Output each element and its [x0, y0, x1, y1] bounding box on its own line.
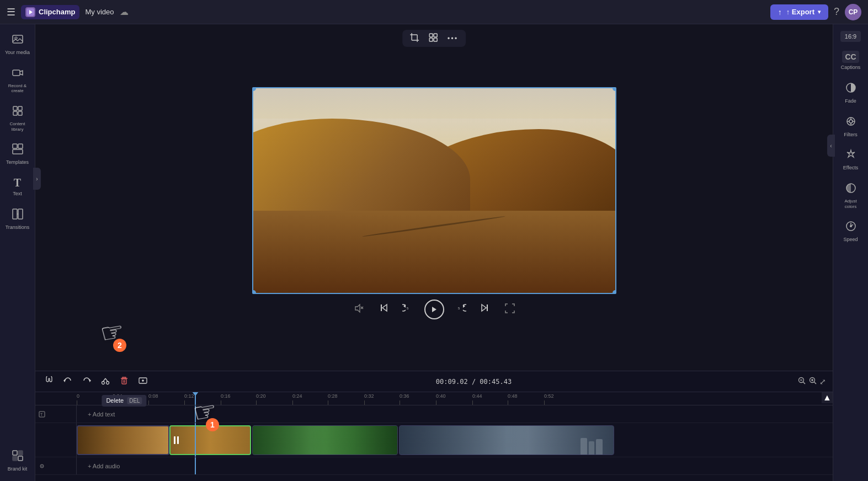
- help-icon[interactable]: ?: [834, 6, 839, 18]
- add-audio-button[interactable]: + Add audio: [82, 463, 125, 469]
- svg-rect-6: [18, 106, 22, 110]
- audio-track-icon: [39, 463, 45, 469]
- timeline-timecode: 00:09.02 / 00:45.43: [155, 378, 793, 386]
- svg-rect-12: [13, 209, 17, 219]
- sidebar-collapse-right-button[interactable]: ‹: [827, 135, 835, 157]
- svg-point-3: [15, 37, 17, 39]
- svg-rect-13: [18, 209, 23, 219]
- right-sidebar-item-fade[interactable]: Fade: [835, 77, 867, 109]
- right-sidebar-item-captions[interactable]: CC Captions: [835, 46, 867, 75]
- svg-rect-2: [13, 35, 23, 43]
- playback-controls: 5 5: [354, 294, 515, 325]
- crop-button[interactable]: [407, 32, 422, 45]
- right-sidebar-item-effects[interactable]: Effects: [835, 144, 867, 175]
- playhead-triangle: [192, 392, 199, 396]
- captions-label: Captions: [841, 65, 861, 71]
- cloud-save-icon: ☁: [120, 7, 129, 17]
- filters-icon: [845, 115, 857, 130]
- video-title[interactable]: My video: [85, 8, 114, 16]
- topbar: ☰ Clipchamp My video ☁ ↑ ↑ Export ▾ ? CP: [0, 0, 868, 24]
- redo-button[interactable]: [79, 375, 94, 389]
- speed-icon: [845, 220, 857, 235]
- brand-kit-icon: [12, 450, 24, 464]
- layout-button[interactable]: [425, 32, 441, 45]
- add-text-button[interactable]: + Add text: [82, 411, 120, 418]
- left-sidebar: Your media Record & create Content lib: [0, 24, 35, 481]
- center-area: •••: [35, 24, 833, 481]
- svg-text:5: 5: [458, 307, 460, 310]
- adjust-colors-label: Adjust colors: [844, 199, 856, 209]
- timeline-collapse-button[interactable]: ▲: [822, 392, 833, 403]
- sidebar-item-record-create[interactable]: Record & create: [2, 62, 34, 98]
- svg-line-59: [814, 382, 817, 384]
- svg-line-55: [803, 382, 806, 384]
- sidebar-item-text[interactable]: T Text: [2, 172, 34, 201]
- add-to-timeline-button[interactable]: [136, 375, 150, 389]
- rewind-button[interactable]: 5: [400, 300, 416, 318]
- play-pause-button[interactable]: [424, 300, 444, 319]
- svg-marker-39: [482, 304, 486, 311]
- undo-button[interactable]: [61, 375, 75, 389]
- svg-rect-19: [412, 35, 417, 40]
- svg-marker-28: [355, 304, 360, 312]
- svg-rect-5: [13, 106, 17, 110]
- aspect-ratio-button[interactable]: 16:9: [840, 31, 861, 42]
- export-button[interactable]: ↑ ↑ Export ▾: [770, 4, 828, 20]
- record-create-icon: [12, 67, 24, 82]
- video-clip-4-buildings[interactable]: [399, 425, 614, 455]
- content-library-icon: [12, 105, 24, 120]
- sidebar-item-brand-kit[interactable]: Brand kit: [2, 445, 34, 477]
- main-layout: Your media Record & create Content lib: [0, 24, 868, 481]
- video-clip-1-before[interactable]: [77, 425, 169, 455]
- text-track-icon: T: [39, 411, 45, 418]
- sidebar-item-text-label: Text: [13, 191, 22, 197]
- forward-button[interactable]: 5: [453, 300, 468, 318]
- timeline-zoom-controls: ⤢: [797, 376, 826, 387]
- more-options-button[interactable]: •••: [444, 32, 462, 45]
- app-logo[interactable]: Clipchamp: [21, 5, 79, 19]
- delete-button[interactable]: [117, 375, 131, 389]
- sidebar-item-transitions-label: Transitions: [6, 225, 30, 231]
- zoom-out-button[interactable]: [797, 376, 806, 387]
- cut-button[interactable]: [98, 375, 113, 389]
- mute-button[interactable]: [354, 303, 364, 316]
- fullscreen-button[interactable]: [505, 303, 515, 316]
- sidebar-item-content-library[interactable]: Content library: [2, 100, 34, 136]
- logo-text: Clipchamp: [39, 8, 75, 16]
- sidebar-item-record-label: Record & create: [8, 83, 26, 94]
- fit-to-window-button[interactable]: ⤢: [819, 377, 826, 386]
- delete-button-wrapper: Delete DEL: [117, 375, 131, 389]
- resize-handle-tr[interactable]: [613, 87, 616, 91]
- resize-handle-tl[interactable]: [252, 87, 256, 91]
- svg-rect-26: [429, 38, 433, 41]
- svg-rect-9: [13, 144, 17, 148]
- timeline-content: ▲ 0 0:04 0:08 0:12 0:16 0:20 0:24: [35, 392, 833, 481]
- zoom-in-button[interactable]: [808, 376, 817, 387]
- sidebar-collapse-left-button[interactable]: ›: [33, 168, 41, 190]
- right-sidebar-item-filters[interactable]: Filters: [835, 111, 867, 142]
- right-sidebar-item-speed[interactable]: Speed: [835, 216, 867, 247]
- skip-to-start-button[interactable]: [377, 301, 391, 318]
- resize-handle-br[interactable]: [613, 290, 616, 294]
- svg-rect-17: [13, 456, 17, 461]
- svg-text:T: T: [40, 413, 43, 416]
- sidebar-item-brand-kit-label: Brand kit: [8, 466, 28, 472]
- resize-handle-bl[interactable]: [252, 290, 256, 294]
- timeline-area: Delete DEL 00:09.02 / 00:45.43: [35, 371, 833, 481]
- filters-label: Filters: [844, 132, 858, 138]
- sidebar-item-your-media[interactable]: Your media: [2, 29, 34, 60]
- sidebar-item-templates[interactable]: Templates: [2, 138, 34, 170]
- video-clip-2-active[interactable]: [169, 425, 251, 455]
- video-clip-3-forest[interactable]: [252, 425, 398, 455]
- hamburger-menu-icon[interactable]: ☰: [7, 6, 15, 18]
- skip-to-end-button[interactable]: [477, 301, 492, 318]
- preview-area: •••: [35, 24, 833, 371]
- templates-icon: [12, 143, 24, 158]
- magnet-snap-button[interactable]: [42, 375, 56, 389]
- sidebar-item-templates-label: Templates: [6, 159, 29, 165]
- user-avatar[interactable]: CP: [845, 4, 861, 20]
- sidebar-item-transitions[interactable]: Transitions: [2, 204, 34, 235]
- timeline-ruler[interactable]: 0 0:04 0:08 0:12 0:16 0:20 0:24 0:28: [35, 392, 833, 405]
- ruler-playhead[interactable]: [195, 392, 196, 405]
- right-sidebar-item-adjust-colors[interactable]: Adjust colors: [835, 178, 867, 213]
